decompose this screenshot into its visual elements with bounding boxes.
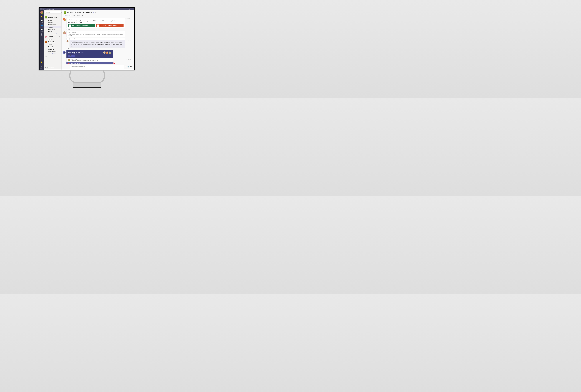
channel-header: AdventureWorks › Marketing ★ ⋯ Conversat… xyxy=(62,10,134,17)
svg-rect-0 xyxy=(73,83,101,87)
channel-website[interactable]: Website xyxy=(44,30,62,33)
presence-icon xyxy=(68,41,69,42)
people-icon: 👥 xyxy=(41,24,43,26)
record-badge-icon: ◉ xyxy=(113,62,115,64)
message: CD Cecily De Crum This is the latest bud… xyxy=(63,18,125,28)
conversation-thread: CD Cecily De Crum This is the latest bud… xyxy=(62,17,134,64)
rail-meetings[interactable]: 📅 Meetings xyxy=(40,28,44,32)
team-name: Fourth Coffee xyxy=(48,41,55,43)
monitor-stand xyxy=(64,70,110,90)
excel-icon: X xyxy=(69,24,71,26)
message-bubble: Cecily De Crum This is the latest budget… xyxy=(66,18,125,28)
rail-feedback[interactable]: 💡 Feedback xyxy=(40,61,44,65)
participant-avatar[interactable]: LC xyxy=(106,51,108,54)
window-close-button[interactable]: ✕ xyxy=(131,8,134,10)
sidebar-scroll: Favorites AdventureWorks General Brandin… xyxy=(44,14,62,66)
channel-branding[interactable]: Branding■ xyxy=(44,21,62,23)
team-more-button[interactable]: ⋯ xyxy=(59,41,60,43)
rail-chat[interactable]: 💬 Chat xyxy=(40,19,44,23)
tab-conversation[interactable]: Conversation xyxy=(64,14,71,17)
breadcrumb-parent[interactable]: AdventureWorks xyxy=(67,11,81,13)
team-fourth-coffee[interactable]: Fourth Coffee ⋯ xyxy=(44,40,62,43)
channel-marketing[interactable]: Marketing xyxy=(44,26,62,28)
meeting-card: 🎥 Marketing Review 01:13 LC 🎥 Join xyxy=(66,50,113,64)
shell: 🔔 Activity 💬 Chat 👥 Teams 📅 Meetings 🗎 F… xyxy=(40,10,134,69)
meeting-header: Marketing Review 01:13 LC 🎥 Join xyxy=(66,50,113,58)
rail-teams[interactable]: 👥 Teams xyxy=(40,23,44,28)
chevron-right-icon xyxy=(43,9,44,10)
scheduled-meeting-card[interactable]: 📅 Marketing review Thursday, 15th @ 10:3… xyxy=(66,62,113,64)
search-input[interactable] xyxy=(46,11,61,13)
user-avatar[interactable] xyxy=(40,11,43,13)
participant-avatar[interactable] xyxy=(109,51,111,54)
attachments-row: X 160724-WinterCampaignBudget ⋯ P 160724… xyxy=(68,24,124,27)
rail-label: Meetings xyxy=(40,31,44,32)
channel-general[interactable]: General xyxy=(44,43,62,46)
channel-weekly-specials[interactable]: Weekly Specials xyxy=(44,50,62,53)
team-more-button[interactable]: ⋯ xyxy=(59,36,60,37)
team-adventureworks[interactable]: AdventureWorks xyxy=(44,16,62,19)
rail-activity[interactable]: 🔔 Activity xyxy=(40,15,44,19)
sidebar: 🔍 ✎ Favorites AdventureWorks General Bra… xyxy=(44,10,62,69)
avatar[interactable] xyxy=(66,40,68,42)
message-text: There's still quite a bit of content mis… xyxy=(71,42,124,47)
more-channels-link[interactable]: 32 more channels xyxy=(44,33,62,35)
rail-label: Activity xyxy=(40,17,43,18)
attachment-more-button[interactable]: ⋯ xyxy=(93,25,94,26)
favorite-star-button[interactable]: ★ xyxy=(92,11,94,13)
avatar[interactable] xyxy=(68,59,70,61)
add-tab-button[interactable]: + xyxy=(82,14,83,17)
attachment-name: 160724-WinterCampaignProposal xyxy=(100,25,118,26)
team-designers[interactable]: Designers ⋯ xyxy=(44,35,62,38)
tab-notes[interactable]: Notes xyxy=(77,14,80,17)
channel-general[interactable]: General xyxy=(44,19,62,21)
attachment-name: 160724-WinterCampaignBudget xyxy=(72,25,88,26)
message-author: Daphne Knowles xyxy=(68,32,124,33)
reply-button[interactable]: ↩ Reply xyxy=(66,48,133,50)
avatar[interactable] xyxy=(63,31,66,34)
main: AdventureWorks › Marketing ★ ⋯ Conversat… xyxy=(62,10,134,69)
tab-files[interactable]: Files xyxy=(73,14,75,17)
channel-more-button[interactable]: ⋯ xyxy=(94,11,96,13)
breadcrumb-current: Marketing xyxy=(83,11,92,13)
channel-fun-stuff[interactable]: Fun stuff xyxy=(44,46,62,48)
emoji-button[interactable]: ☺ xyxy=(124,66,127,67)
close-icon: ✕ xyxy=(132,8,133,10)
bell-icon: 🔔 xyxy=(41,15,43,17)
format-button[interactable]: A̲ xyxy=(68,66,70,67)
presence-icon xyxy=(69,60,70,61)
search-box[interactable]: 🔍 xyxy=(45,11,63,13)
rail-files[interactable]: 🗎 Files xyxy=(40,32,44,37)
presence-icon xyxy=(65,20,66,21)
reply-button[interactable]: ↩ Reply xyxy=(66,28,133,31)
attachment-more-button[interactable]: ⋯ xyxy=(121,25,122,26)
scheduled-more-button[interactable]: ⋯ xyxy=(110,63,112,64)
avatar[interactable]: CD xyxy=(63,18,66,21)
attachment-powerpoint[interactable]: P 160724-WinterCampaignProposal ⋯ xyxy=(96,24,124,27)
replied-by-label[interactable]: Kadji and Jakob replied xyxy=(66,38,125,40)
create-team-button[interactable]: ⊕ Create team xyxy=(44,66,62,69)
meet-now-button[interactable]: 🎥 xyxy=(130,66,132,67)
channel-social-media[interactable]: Social Media xyxy=(44,28,62,30)
more-channels-link[interactable]: 4 more channels xyxy=(44,53,62,55)
message: Miguel Silva There's still quite a bit o… xyxy=(66,40,125,48)
window-minimize-button[interactable]: — xyxy=(125,8,128,10)
nav-back-button[interactable] xyxy=(40,8,42,10)
presence-available-icon xyxy=(42,13,43,14)
composer-input[interactable]: Start a new conversation xyxy=(70,65,124,68)
nav-forward-button[interactable] xyxy=(42,8,44,10)
stylus xyxy=(135,13,135,35)
channel-marketing-fc[interactable]: Marketing xyxy=(44,48,62,50)
channel-general[interactable]: General xyxy=(44,38,62,40)
participant-avatar[interactable] xyxy=(103,51,106,54)
meeting-icon: ■ xyxy=(60,22,60,23)
more-section-label[interactable]: More xyxy=(44,55,62,57)
attach-button[interactable]: 📎 xyxy=(127,66,130,67)
attachment-excel[interactable]: X 160724-WinterCampaignBudget ⋯ xyxy=(68,24,95,27)
channel-development[interactable]: Development xyxy=(44,23,62,26)
composer: A̲ Start a new conversation ☺ 📎 🎥 xyxy=(62,64,134,69)
window-maximize-button[interactable]: ☐ xyxy=(128,8,131,10)
rail-settings[interactable]: ⚙ Settings xyxy=(40,65,44,69)
svg-rect-1 xyxy=(73,87,101,88)
join-meeting-button[interactable]: 🎥 Join xyxy=(68,55,75,57)
